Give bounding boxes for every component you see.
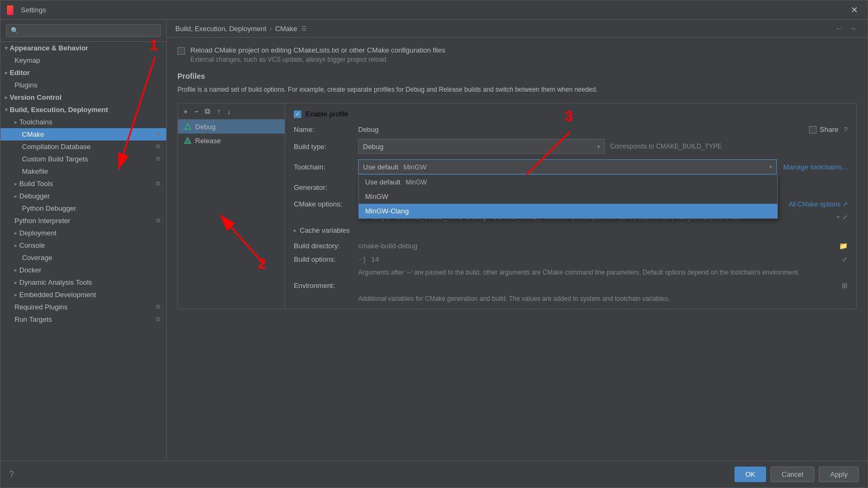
- enable-profile-checkbox[interactable]: ✓: [294, 110, 301, 118]
- cmake-options-label: CMake options:: [294, 200, 358, 208]
- settings-icon: ⚙: [155, 156, 161, 162]
- all-cmake-options-link[interactable]: All CMake options ↗: [789, 201, 848, 208]
- toolchain-option-default[interactable]: Use default MinGW: [359, 175, 777, 189]
- sidebar-label: Build Tools: [19, 180, 53, 188]
- sidebar-item-version-control[interactable]: ▸ Version Control: [1, 91, 166, 103]
- sidebar-item-makefile[interactable]: Makefile: [1, 165, 166, 178]
- sidebar-label: Debugger: [19, 192, 50, 200]
- forward-button[interactable]: →: [847, 24, 859, 33]
- sidebar-item-plugins[interactable]: Plugins: [1, 79, 166, 91]
- sidebar-item-cmake[interactable]: CMake ⚙: [1, 128, 166, 141]
- sidebar-label: Run Targets: [14, 315, 52, 323]
- sidebar-item-custom-build[interactable]: Custom Build Targets ⚙: [1, 153, 166, 165]
- help-button[interactable]: ?: [9, 470, 14, 479]
- cmake-icon-debug: [183, 122, 192, 131]
- sidebar-item-python-debugger[interactable]: Python Debugger: [1, 202, 166, 215]
- sidebar-item-toolchains[interactable]: ▸ Toolchains: [1, 116, 166, 128]
- add-cmake-option-button[interactable]: +: [836, 213, 840, 221]
- settings-icon: ⚙: [155, 143, 161, 150]
- settings-icon: ⚙: [155, 180, 161, 187]
- sidebar-item-docker[interactable]: ▸ Docker: [1, 264, 166, 276]
- sidebar-item-build-execution[interactable]: ▾ Build, Execution, Deployment: [1, 103, 166, 116]
- reload-checkbox[interactable]: [177, 47, 185, 55]
- share-label: Share: [820, 125, 839, 134]
- sidebar-item-coverage[interactable]: Coverage: [1, 252, 166, 264]
- expand-arrow: ▸: [14, 181, 17, 187]
- sidebar-item-editor[interactable]: ▸ Editor: [1, 66, 166, 79]
- sidebar-item-keymap[interactable]: Keymap: [1, 54, 166, 66]
- toolchain-option-mingw[interactable]: MinGW: [359, 189, 777, 204]
- expand-arrow: ▸: [14, 242, 17, 248]
- sidebar-item-run-targets[interactable]: Run Targets ⚙: [1, 313, 166, 326]
- enable-profile-row: ✓ Enable profile: [294, 110, 848, 118]
- generator-label: Generator:: [294, 183, 358, 191]
- expand-arrow: ▸: [5, 94, 8, 100]
- cache-header[interactable]: ▸ Cache variables: [294, 226, 848, 234]
- sidebar-item-compilation-db[interactable]: Compilation Database ⚙: [1, 141, 166, 153]
- sidebar-item-embedded[interactable]: ▸ Embedded Development: [1, 289, 166, 301]
- dropdown-arrow: ▾: [597, 144, 600, 150]
- sidebar-item-python-interpreter[interactable]: Python Interpreter ⚙: [1, 215, 166, 227]
- move-up-button[interactable]: ↑: [214, 106, 222, 117]
- sidebar-item-build-tools[interactable]: ▸ Build Tools ⚙: [1, 178, 166, 190]
- search-input[interactable]: [6, 24, 161, 37]
- title-bar: Settings ✕: [1, 1, 867, 20]
- build-dir-label: Build directory:: [294, 242, 358, 250]
- folder-icon[interactable]: 📁: [839, 242, 848, 250]
- help-icon[interactable]: ?: [844, 125, 848, 134]
- expand-cmake-button[interactable]: ⤢: [842, 213, 848, 221]
- sidebar-item-debugger[interactable]: ▸ Debugger: [1, 190, 166, 202]
- toolchain-row: Toolchain: Use default MinGW ▾: [294, 159, 848, 174]
- sidebar-label: Python Interpreter: [14, 217, 70, 225]
- profile-debug[interactable]: Debug: [178, 120, 285, 134]
- manage-toolchains-link[interactable]: Manage toolchains...: [783, 163, 848, 171]
- sidebar-label: Keymap: [14, 56, 40, 64]
- expand-build-options-button[interactable]: ⤢: [842, 255, 848, 263]
- main-content: ▾ Appearance & Behavior Keymap ▸ Editor …: [1, 20, 867, 461]
- sidebar-label: Appearance & Behavior: [10, 44, 88, 52]
- add-profile-button[interactable]: +: [181, 106, 190, 117]
- move-down-button[interactable]: ↓: [225, 106, 233, 117]
- ok-button[interactable]: OK: [735, 467, 766, 482]
- name-label: Name:: [294, 125, 358, 134]
- share-checkbox[interactable]: [809, 126, 817, 134]
- build-type-dropdown[interactable]: Debug ▾: [358, 139, 605, 154]
- environment-edit-button[interactable]: ⊞: [842, 282, 848, 290]
- bottom-buttons: OK Cancel Apply: [735, 467, 859, 482]
- copy-profile-button[interactable]: ⧉: [203, 106, 212, 117]
- environment-label: Environment:: [294, 282, 358, 290]
- expand-arrow: ▸: [14, 119, 17, 125]
- toolchain-option-mingw-clang[interactable]: MinGW-Clang: [359, 204, 777, 218]
- expand-arrow: ▸: [14, 230, 17, 236]
- sidebar-label: Docker: [19, 266, 41, 274]
- name-value: Debug: [358, 125, 379, 134]
- expand-arrow: ▸: [14, 279, 17, 285]
- close-button[interactable]: ✕: [848, 4, 861, 16]
- sidebar-item-required-plugins[interactable]: Required Plugins ⚙: [1, 301, 166, 313]
- build-dir-value: cmake-build-debug: [358, 242, 835, 250]
- sidebar-item-deployment[interactable]: ▸ Deployment: [1, 227, 166, 239]
- sidebar-item-console[interactable]: ▸ Console: [1, 239, 166, 252]
- apply-button[interactable]: Apply: [819, 467, 859, 482]
- back-button[interactable]: ←: [833, 24, 845, 33]
- remove-profile-button[interactable]: −: [192, 106, 201, 117]
- sidebar-label: Editor: [10, 69, 30, 77]
- sidebar-item-appearance[interactable]: ▾ Appearance & Behavior: [1, 42, 166, 54]
- sidebar-label: Plugins: [14, 81, 38, 89]
- sidebar: ▾ Appearance & Behavior Keymap ▸ Editor …: [1, 20, 167, 461]
- toolchain-dropdown[interactable]: Use default MinGW ▾: [358, 159, 777, 174]
- cache-arrow: ▸: [294, 227, 296, 233]
- expand-arrow: ▸: [14, 267, 17, 273]
- build-options-help: Arguments after '--' are passed to the b…: [358, 269, 848, 276]
- breadcrumb-menu-icon[interactable]: ☰: [301, 25, 307, 32]
- expand-arrow: ▾: [5, 107, 8, 113]
- cancel-button[interactable]: Cancel: [770, 467, 814, 482]
- sidebar-label: CMake: [22, 130, 44, 138]
- build-options-label: Build options:: [294, 255, 358, 263]
- sidebar-label: Required Plugins: [14, 303, 68, 311]
- settings-icon: ⚙: [155, 316, 161, 323]
- sidebar-label: Python Debugger: [22, 204, 76, 212]
- sidebar-item-dynamic-analysis[interactable]: ▸ Dynamic Analysis Tools: [1, 276, 166, 289]
- profile-release[interactable]: Release: [178, 134, 285, 147]
- settings-icon: ⚙: [155, 304, 161, 310]
